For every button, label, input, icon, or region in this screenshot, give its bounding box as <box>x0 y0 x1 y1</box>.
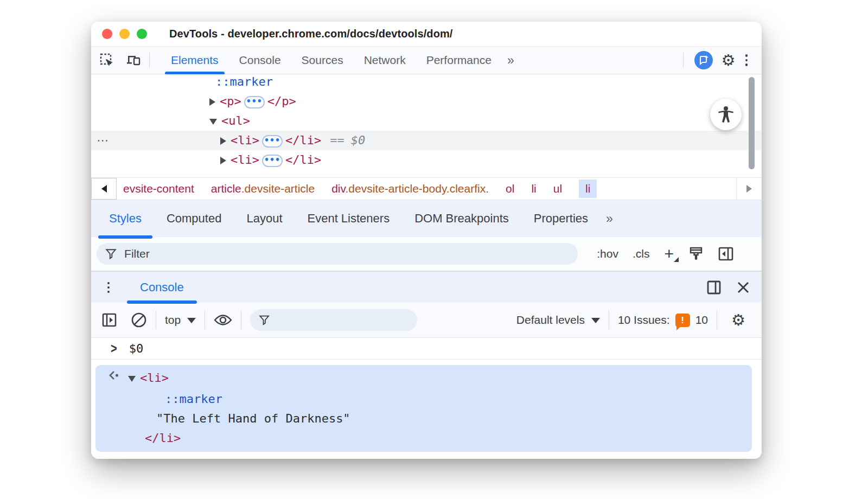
tab-console[interactable]: Console <box>229 47 291 74</box>
tab-properties[interactable]: Properties <box>526 200 596 237</box>
breadcrumb-item[interactable]: evsite-content <box>123 182 194 195</box>
returned-value-icon <box>108 368 120 387</box>
accessibility-overlay-button[interactable] <box>710 99 742 130</box>
more-tabs-icon[interactable]: » <box>502 53 519 68</box>
close-tag: </li> <box>145 431 181 445</box>
maximize-window-button[interactable] <box>137 29 147 39</box>
expand-arrow-icon[interactable] <box>220 157 226 164</box>
ellipsis-expand-icon[interactable]: ••• <box>262 155 283 167</box>
console-sidebar-toggle-icon[interactable] <box>102 313 117 327</box>
javascript-context-selector[interactable]: top <box>165 314 196 327</box>
console-filter-input[interactable] <box>270 314 409 327</box>
dom-row-li-selected[interactable]: ⋯ <li>•••</li>==$0 <box>91 131 762 150</box>
console-result-block[interactable]: <li> ::marker "The Left Hand of Darkness… <box>95 365 752 452</box>
collapse-arrow-icon[interactable] <box>209 119 217 125</box>
issues-count: 10 <box>695 314 708 327</box>
funnel-icon <box>105 248 117 260</box>
tab-network[interactable]: Network <box>354 47 416 74</box>
issues-counter[interactable]: 10 Issues: ! 10 <box>618 314 708 327</box>
expand-arrow-icon[interactable] <box>209 98 215 106</box>
breadcrumb-item[interactable]: div.devsite-article-body.clearfix. <box>331 182 489 195</box>
tab-elements[interactable]: Elements <box>161 47 229 74</box>
kebab-menu-icon[interactable] <box>741 54 752 66</box>
styles-filter-input[interactable] <box>124 247 569 260</box>
result-line-marker: ::marker <box>95 389 752 409</box>
open-tag: <ul> <box>221 114 250 127</box>
live-expression-eye-icon[interactable] <box>214 314 232 327</box>
new-style-rule-button[interactable]: + <box>664 246 674 262</box>
ai-assistant-icon[interactable] <box>694 51 713 69</box>
toggle-sidebar-icon[interactable] <box>718 247 733 261</box>
settings-gear-icon[interactable]: ⚙ <box>716 53 741 68</box>
tab-event-listeners[interactable]: Event Listeners <box>300 200 398 237</box>
result-line-open: <li> <box>95 368 752 389</box>
chevron-down-icon <box>591 318 600 323</box>
open-tag: <li> <box>231 133 259 147</box>
expand-arrow-icon[interactable] <box>220 137 226 145</box>
more-tabs-icon[interactable]: » <box>601 212 617 226</box>
elements-dom-tree: ::marker <p>•••</p> <ul> ⋯ <li>•••</li>=… <box>91 74 762 177</box>
breadcrumb-item-selected[interactable]: li <box>579 180 597 198</box>
tab-sources[interactable]: Sources <box>291 47 354 74</box>
issue-warning-icon: ! <box>675 314 690 327</box>
device-toolbar-icon[interactable] <box>126 53 142 67</box>
dom-row-p[interactable]: <p>•••</p> <box>91 92 762 111</box>
close-tag: </p> <box>267 94 296 108</box>
ellipsis-expand-icon[interactable]: ••• <box>262 135 283 148</box>
dom-row-marker[interactable]: ::marker <box>91 74 762 92</box>
open-tag: <p> <box>220 94 241 108</box>
tab-styles[interactable]: Styles <box>101 200 149 237</box>
styles-sidebar-tabs: Styles Computed Layout Event Listeners D… <box>91 200 762 237</box>
collapse-arrow-icon[interactable] <box>128 376 136 382</box>
tab-layout[interactable]: Layout <box>239 200 290 237</box>
open-tag: <li> <box>140 371 169 385</box>
breadcrumb-item[interactable]: ul <box>553 182 562 195</box>
minimize-window-button[interactable] <box>119 29 130 39</box>
titlebar: DevTools - developer.chrome.com/docs/dev… <box>91 22 762 47</box>
clear-console-icon[interactable] <box>131 312 147 328</box>
close-window-button[interactable] <box>102 29 112 39</box>
toggle-element-classes-button[interactable]: .cls <box>633 247 650 260</box>
result-line-close: </li> <box>95 428 752 448</box>
styles-filter-toolbar: :hov .cls + <box>91 237 762 271</box>
chevron-down-icon <box>187 318 196 323</box>
toolbar-divider <box>683 53 684 68</box>
console-messages: > $0 <li> ::marker "The Left Hand of Dar… <box>91 338 762 459</box>
issues-label: 10 Issues: <box>618 314 670 327</box>
row-options-icon[interactable]: ⋯ <box>97 131 109 150</box>
breadcrumb-item[interactable]: li <box>531 182 536 195</box>
tab-dom-breakpoints[interactable]: DOM Breakpoints <box>407 200 516 237</box>
tab-console-drawer[interactable]: Console <box>132 272 192 303</box>
rendering-brush-icon[interactable] <box>689 246 703 261</box>
breadcrumb-scroll-right-button[interactable] <box>736 178 762 200</box>
breadcrumb-item[interactable]: ol <box>506 182 514 195</box>
devtools-window: DevTools - developer.chrome.com/docs/dev… <box>91 22 762 459</box>
pseudo-element-marker: ::marker <box>165 392 222 406</box>
console-command: $0 <box>129 342 144 355</box>
dom-row-li[interactable]: <li>•••</li> <box>91 150 762 170</box>
breadcrumb-item[interactable]: article.devsite-article <box>211 182 315 195</box>
toolbar-divider <box>149 53 150 68</box>
panel-tabs: Elements Console Sources Network Perform… <box>161 47 519 74</box>
console-settings-gear-icon[interactable]: ⚙ <box>726 312 751 328</box>
console-command-row[interactable]: > $0 <box>91 338 762 360</box>
default-levels-dropdown[interactable]: Default levels <box>516 314 600 327</box>
prompt-chevron-icon: > <box>111 341 117 356</box>
close-drawer-icon[interactable] <box>737 281 750 294</box>
pseudo-element-marker[interactable]: ::marker <box>215 75 273 88</box>
dom-tree-scrollbar[interactable] <box>749 77 755 169</box>
window-title: DevTools - developer.chrome.com/docs/dev… <box>169 28 453 40</box>
breadcrumb-scroll-left-button[interactable] <box>91 178 117 200</box>
styles-filter-field[interactable] <box>97 243 578 265</box>
tab-performance[interactable]: Performance <box>416 47 502 74</box>
toggle-hover-state-button[interactable]: :hov <box>597 247 618 260</box>
drawer-kebab-menu-icon[interactable] <box>103 282 114 293</box>
split-panel-icon[interactable] <box>706 280 722 295</box>
result-line-text: "The Left Hand of Darkness" <box>95 409 752 428</box>
ellipsis-expand-icon[interactable]: ••• <box>244 96 265 108</box>
tab-computed[interactable]: Computed <box>159 200 229 237</box>
console-filter-field[interactable] <box>250 309 417 331</box>
dom-row-ul[interactable]: <ul> <box>91 111 762 131</box>
dollar-zero-label: $0 <box>351 133 366 147</box>
inspect-element-icon[interactable] <box>100 53 114 68</box>
